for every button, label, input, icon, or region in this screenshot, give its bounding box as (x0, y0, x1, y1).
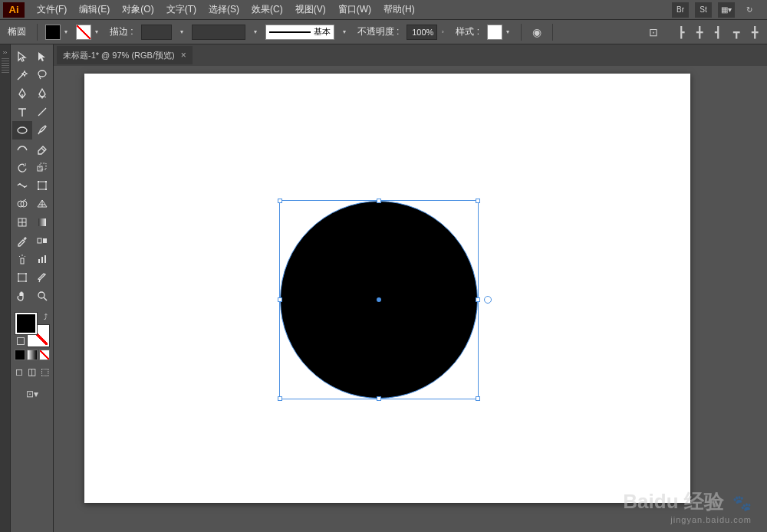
svg-rect-9 (38, 189, 39, 190)
paintbrush-tool[interactable] (32, 121, 52, 140)
opacity-dropdown[interactable]: › (437, 25, 448, 40)
align-right-icon[interactable]: ┫ (710, 25, 726, 40)
pen-tool[interactable] (12, 84, 32, 103)
svg-point-5 (24, 186, 25, 188)
symbol-sprayer-tool[interactable] (12, 250, 32, 268)
menu-view[interactable]: 视图(V) (289, 2, 332, 18)
rotate-tool[interactable] (12, 158, 32, 176)
screen-mode-icon[interactable]: ⊡▾ (22, 385, 42, 403)
stroke-profile-dropdown[interactable]: ▾ (250, 25, 261, 40)
shaper-tool[interactable] (12, 140, 32, 158)
width-tool[interactable] (12, 176, 32, 195)
menu-effect[interactable]: 效果(C) (245, 2, 289, 18)
curvature-tool[interactable] (32, 84, 52, 103)
arrange-icon[interactable]: ▦▾ (718, 2, 735, 18)
menu-edit[interactable]: 编辑(E) (73, 2, 116, 18)
resize-handle-ml[interactable] (278, 297, 282, 302)
lasso-tool[interactable] (32, 66, 52, 84)
magic-wand-tool[interactable] (12, 66, 32, 84)
brush-dropdown[interactable]: ▾ (339, 25, 350, 40)
canvas[interactable] (54, 66, 767, 532)
stroke-width-input[interactable] (141, 25, 172, 40)
menubar: Ai 文件(F) 编辑(E) 对象(O) 文字(T) 选择(S) 效果(C) 视… (0, 0, 767, 20)
artboard-tool[interactable] (12, 268, 32, 287)
svg-rect-8 (45, 181, 47, 182)
swap-fill-stroke-icon[interactable]: ⤴ (44, 313, 48, 321)
menu-file[interactable]: 文件(F) (31, 2, 73, 18)
resize-handle-bl[interactable] (278, 396, 282, 401)
perspective-grid-tool[interactable] (32, 195, 52, 213)
solid-color-mode[interactable] (15, 350, 25, 360)
zoom-tool[interactable] (32, 287, 52, 305)
none-color-mode[interactable] (39, 350, 50, 360)
align-top-icon[interactable]: ┳ (729, 25, 744, 40)
type-tool[interactable] (12, 103, 32, 121)
recolor-artwork-icon[interactable]: ◉ (529, 25, 545, 40)
slice-tool[interactable] (32, 268, 52, 287)
panel-grip[interactable] (2, 58, 9, 74)
gradient-tool[interactable] (32, 213, 52, 232)
free-transform-tool[interactable] (32, 176, 52, 195)
shape-builder-tool[interactable] (12, 195, 32, 213)
selection-tool[interactable] (12, 48, 32, 66)
scale-tool[interactable] (32, 158, 52, 176)
stroke-color-swatch[interactable] (76, 25, 91, 40)
draw-inside-icon[interactable]: ⬚ (38, 365, 51, 379)
svg-rect-15 (38, 238, 41, 243)
resize-handle-mr[interactable] (476, 297, 480, 302)
opacity-label: 不透明度 : (354, 25, 403, 38)
pie-handle[interactable] (484, 296, 492, 304)
panel-expand-icon[interactable]: ›› (2, 49, 9, 55)
bridge-icon[interactable]: Br (672, 2, 689, 18)
stroke-dropdown[interactable]: ▾ (91, 25, 102, 40)
resize-handle-tm[interactable] (377, 199, 381, 203)
mesh-tool[interactable] (12, 213, 32, 232)
close-icon[interactable]: × (181, 50, 186, 61)
draw-mode-row: ◻ ◫ ⬚ (12, 365, 51, 379)
draw-normal-icon[interactable]: ◻ (12, 365, 25, 379)
stroke-width-label: 描边 : (107, 25, 137, 38)
column-graph-tool[interactable] (32, 250, 52, 268)
menu-window[interactable]: 窗口(W) (332, 2, 377, 18)
center-point[interactable] (377, 297, 381, 302)
align-middle-icon[interactable]: ╋ (747, 25, 762, 40)
document-tab[interactable]: 未标题-1* @ 97% (RGB/预览) × (57, 46, 193, 64)
draw-behind-icon[interactable]: ◫ (25, 365, 38, 379)
line-tool[interactable] (32, 103, 52, 121)
resize-handle-bm[interactable] (377, 396, 381, 401)
ellipse-tool[interactable] (12, 121, 32, 140)
selection-type-label: 椭圆 (5, 25, 29, 38)
menu-help[interactable]: 帮助(H) (377, 2, 421, 18)
selection-bounding-box[interactable] (279, 200, 479, 399)
divider (37, 24, 38, 41)
hand-tool[interactable] (12, 287, 32, 305)
fill-swatch[interactable] (15, 313, 37, 334)
resize-handle-tr[interactable] (476, 199, 480, 203)
stroke-width-dropdown[interactable]: ▾ (176, 25, 187, 40)
menu-select[interactable]: 选择(S) (202, 2, 245, 18)
stock-icon[interactable]: St (695, 2, 712, 18)
opacity-input[interactable] (407, 25, 437, 40)
blend-tool[interactable] (32, 232, 52, 250)
eraser-tool[interactable] (32, 140, 52, 158)
brush-definition[interactable]: 基本 (265, 25, 334, 40)
sync-icon[interactable]: ↻ (741, 2, 758, 18)
menu-type[interactable]: 文字(T) (160, 2, 202, 18)
fill-color-swatch[interactable] (45, 25, 61, 40)
divider (521, 24, 522, 41)
style-dropdown[interactable]: ▾ (502, 25, 513, 40)
align-icon[interactable]: ⊡ (646, 25, 661, 40)
stroke-profile[interactable] (192, 25, 245, 40)
graphic-style-swatch[interactable] (487, 25, 502, 40)
resize-handle-tl[interactable] (278, 199, 282, 203)
align-left-icon[interactable]: ┣ (673, 25, 689, 40)
gradient-color-mode[interactable] (27, 350, 38, 360)
fill-dropdown[interactable]: ▾ (61, 25, 71, 40)
default-colors-icon[interactable] (17, 337, 25, 345)
menu-object[interactable]: 对象(O) (116, 2, 160, 18)
align-center-icon[interactable]: ╋ (692, 25, 707, 40)
controlbar: 椭圆 ▾ ▾ 描边 : ▾ ▾ 基本 ▾ 不透明度 : › 样式 : ▾ ◉ ⊡… (0, 20, 767, 44)
direct-selection-tool[interactable] (32, 48, 52, 66)
resize-handle-br[interactable] (476, 396, 480, 401)
eyedropper-tool[interactable] (12, 232, 32, 250)
